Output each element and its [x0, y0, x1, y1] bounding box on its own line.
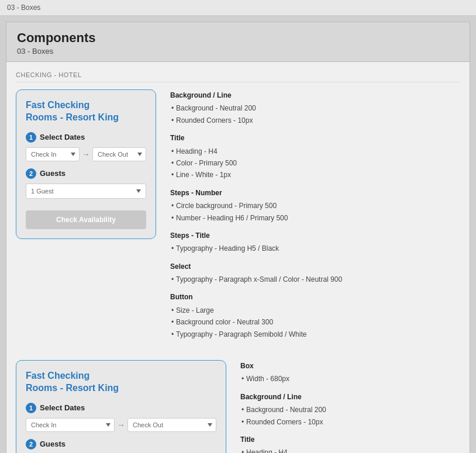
card-title-2: Fast Checking Rooms - Resort King — [26, 370, 216, 395]
spec-item-1-1: Color - Primary 500 — [170, 157, 460, 169]
page-title: Components — [17, 30, 459, 46]
spec-group-2: Steps - NumberCircle background - Primar… — [170, 187, 460, 224]
step-guests-section-1: 2 Guests 1 Guest — [26, 168, 146, 199]
checkin-select-2[interactable]: Check In — [26, 418, 115, 432]
checkin-select-1[interactable]: Check In — [26, 147, 80, 161]
spec-item-1-0: Heading - H4 — [240, 447, 460, 453]
checkout-select-2[interactable]: Check Out — [127, 418, 216, 432]
arrow-icon-2: → — [117, 420, 125, 430]
step-number-1: 1 — [26, 132, 36, 143]
hotel-card-2: Fast Checking Rooms - Resort King 1 Sele… — [16, 360, 226, 453]
spec-group-1: TitleHeading - H4Color - Primary 500Line… — [170, 132, 460, 181]
step-guests-section-2: 2 Guests 1 Guest — [26, 439, 216, 453]
spec-group-title-1: Title — [170, 132, 460, 144]
spec-group-title-2: Steps - Number — [170, 187, 460, 199]
spec-item-5-2: Typography - Paragraph Semibold / White — [170, 328, 460, 340]
guests-select-1[interactable]: 1 Guest — [26, 184, 146, 199]
spec-item-0-1: Rounded Corners - 10px — [170, 115, 460, 126]
specs-panel-2: BoxWidth - 680pxBackground / LineBackgro… — [240, 360, 460, 453]
spec-item-1-0: Heading - H4 — [170, 146, 460, 157]
spec-item-0-0: Background - Neutral 200 — [240, 404, 460, 416]
spec-group-title-3: Steps - Title — [170, 230, 460, 241]
card-title-1: Fast Checking Rooms - Resort King — [26, 99, 146, 124]
breadcrumb: 03 - Boxes — [7, 4, 40, 12]
spec-item-5-1: Background color - Neutral 300 — [170, 316, 460, 328]
spec-item-0-1: Rounded Corners - 10px — [240, 416, 460, 428]
spec-group-0: Background / LineBackground - Neutral 20… — [170, 89, 460, 126]
step-number-4: 2 — [26, 439, 36, 449]
step-label-4: Guests — [40, 440, 65, 448]
spec-item-3-0: Typography - Heading H5 / Black — [170, 243, 460, 254]
spec-group-3: Steps - TitleTypography - Heading H5 / B… — [170, 230, 460, 255]
spec-group-1: TitleHeading - H4Color - Primary 500Line… — [240, 434, 460, 453]
component-row-2: Fast Checking Rooms - Resort King 1 Sele… — [16, 360, 460, 453]
step-number-3: 1 — [26, 403, 36, 413]
spec-item-4-0: Typography - Paragraph x-Small / Color -… — [170, 274, 460, 285]
spec-group-0: Background / LineBackground - Neutral 20… — [240, 391, 460, 428]
spec-group-title-0: Background / Line — [170, 89, 460, 101]
arrow-icon-1: → — [82, 150, 90, 159]
spec-item-1-2: Line - White - 1px — [170, 169, 460, 181]
check-availability-button-1[interactable]: Check Availability — [26, 210, 146, 229]
page-subtitle: 03 - Boxes — [17, 47, 459, 56]
spec-group-4: SelectTypography - Paragraph x-Small / C… — [170, 261, 460, 286]
checkout-select-1[interactable]: Check Out — [92, 147, 146, 161]
spec-group-title-box: Box — [240, 360, 460, 372]
step-label-1: Select Dates — [40, 133, 85, 141]
spec-group-title-0: Background / Line — [240, 391, 460, 403]
hotel-card-1: Fast Checking Rooms - Resort King 1 Sele… — [16, 89, 156, 239]
step-label-3: Select Dates — [40, 403, 85, 412]
component-row-1: Fast Checking Rooms - Resort King 1 Sele… — [16, 89, 460, 346]
section-label: CHECKING - HOTEL — [16, 71, 460, 82]
spec-group-title-4: Select — [170, 261, 460, 272]
spec-item-5-0: Size - Large — [170, 305, 460, 316]
spec-item-0-0: Background - Neutral 200 — [170, 102, 460, 114]
step-dates-section-1: 1 Select Dates Check In → Check Out — [26, 132, 146, 161]
spec-group-box: BoxWidth - 680px — [240, 360, 460, 385]
spec-item: Width - 680px — [240, 373, 460, 385]
spec-item-2-1: Number - Heading H6 / Primary 500 — [170, 212, 460, 224]
step-number-2: 2 — [26, 168, 36, 179]
step-dates-section-2: 1 Select Dates Check In → Check Out — [26, 403, 216, 432]
specs-panel-1: Background / LineBackground - Neutral 20… — [170, 89, 460, 346]
spec-group-title-1: Title — [240, 434, 460, 445]
spec-group-title-5: Button — [170, 291, 460, 303]
spec-item-2-0: Circle background - Primary 500 — [170, 200, 460, 212]
spec-group-5: ButtonSize - LargeBackground color - Neu… — [170, 291, 460, 340]
step-label-2: Guests — [40, 169, 65, 178]
